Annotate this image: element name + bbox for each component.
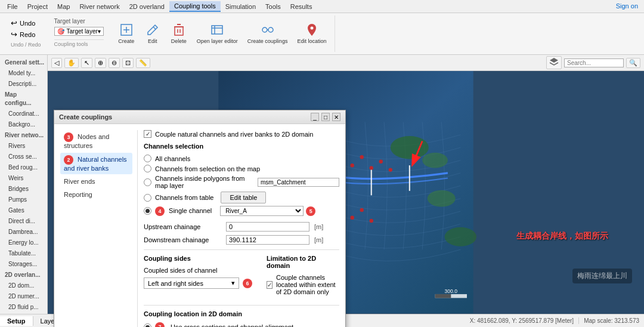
menu-2d-overland[interactable]: 2D overland [125,2,169,11]
sidebar-item-cross-sections[interactable]: Cross se... [0,152,47,162]
menu-simulation[interactable]: Simulation [221,2,261,11]
menu-project[interactable]: Project [23,2,52,11]
delete-icon [172,23,186,37]
use-cross-sections-radio[interactable] [144,323,151,328]
limitation-checkbox[interactable] [267,281,273,289]
map-zoom-in-button[interactable]: ⊕ [95,58,106,68]
map-measure-button[interactable]: 📏 [136,58,150,68]
use-cross-sections-row: 7 Use cross sections and channel alignme… [144,322,339,327]
sidebar-item-weirs[interactable]: Weirs [0,173,47,184]
coupling-limitation-row: Coupling sides Coupled sides of channel … [144,255,339,300]
create-button[interactable]: Create [114,21,138,46]
map-search-input[interactable] [564,58,624,67]
channels-inside-polygons-radio[interactable] [144,178,151,186]
target-layer-select[interactable]: 🎯 Target layer ▾ [54,27,104,36]
open-layer-editor-button[interactable]: Open layer editor [193,21,242,46]
left-right-sides-dropdown[interactable]: Left and right sides ▾ [144,277,239,289]
svg-point-27 [350,164,354,167]
edit-table-button[interactable]: Edit table [221,192,266,203]
undo-redo-section-label: Undo / Redo [8,41,44,49]
sidebar-item-dambreach[interactable]: Dambrea... [0,227,47,237]
create-couplings-dialog: Create couplings _ □ ✕ 3 Nodes and struc… [54,110,346,327]
menu-results[interactable]: Results [286,2,317,11]
sidebar-item-general-settings[interactable]: General sett... [0,57,47,68]
sidebar-item-direct-discharge[interactable]: Direct di... [0,216,47,227]
coupling-tools-section-label: Coupling tools [54,39,104,47]
dialog-minimize-button[interactable]: _ [311,113,319,121]
create-couplings-button[interactable]: Create couplings [244,21,292,46]
sidebar-item-map-config[interactable]: Map configu... [0,90,47,109]
sidebar-item-background[interactable]: Backgro... [0,119,47,130]
map-layers-button[interactable] [546,56,562,69]
svg-point-28 [360,155,364,159]
dialog-nav-reporting[interactable]: Reporting [60,189,132,200]
sign-on-link[interactable]: Sign on [616,2,638,10]
map-select-button[interactable]: ↖ [81,58,92,68]
dialog-nav-river-ends[interactable]: River ends [60,175,132,187]
undo-button[interactable]: ↩ Undo [8,18,44,28]
single-channel-radio[interactable] [144,207,151,215]
sidebar-item-gates[interactable]: Gates [0,205,47,216]
channels-from-selection-radio[interactable] [144,165,151,172]
menu-coupling-tools[interactable]: Coupling tools [169,1,221,12]
target-layer-value: Target layer [67,28,98,35]
sidebar-item-model-type[interactable]: Model ty... [0,68,47,79]
edit-location-label: Edit location [297,38,326,45]
sidebar-item-rivers[interactable]: Rivers [0,141,47,152]
target-layer-icon: 🎯 [57,28,64,35]
dialog-maximize-button[interactable]: □ [321,113,330,121]
dialog-layout: 3 Nodes and structures 2 Natural channel… [60,130,339,327]
sidebar-item-description[interactable]: Descripti... [0,79,47,90]
menu-bar: File Project Map River network 2D overla… [0,0,644,13]
polygon-layer-input[interactable] [258,178,339,187]
delete-button[interactable]: Delete [167,21,191,46]
edit-location-button[interactable]: Edit location [293,21,330,46]
map-search-button[interactable]: 🔍 [626,58,640,68]
sidebar-item-bridges[interactable]: Bridges [0,184,47,195]
sidebar-item-tabulated[interactable]: Tabulate... [0,248,47,259]
menu-tools[interactable]: Tools [261,2,286,11]
dialog-nav-nodes-structures[interactable]: 3 Nodes and structures [60,130,132,152]
map-annotation: 生成耦合岸线，如图所示 [516,231,608,242]
dialog-nav-natural-channels[interactable]: 2 Natural channels and river banks [60,153,132,174]
svg-point-19 [391,136,429,159]
sidebar-item-storages[interactable]: Storages... [0,259,47,270]
map-nav-back-button[interactable]: ◁ [51,58,62,68]
menu-file[interactable]: File [2,2,23,11]
create-label: Create [118,38,134,45]
upstream-label: Upstream chainage [144,223,221,230]
all-channels-radio[interactable] [144,155,151,162]
create-couplings-label: Create couplings [247,38,288,45]
sidebar-item-2d-overland[interactable]: 2D overlan... [0,270,47,280]
svg-point-20 [422,153,448,168]
sidebar-item-2d-fluid[interactable]: 2D fluid p... [0,302,47,313]
svg-rect-9 [212,26,222,34]
status-tab-setup[interactable]: Setup [0,316,33,326]
couple-channels-checkbox[interactable] [144,130,151,138]
create-edit-delete-items: Create Edit Delete Open layer editor [114,16,330,52]
sidebar-item-energy-loss[interactable]: Energy lo... [0,237,47,248]
menu-river-network[interactable]: River network [75,2,124,11]
undo-redo-group: ↩ Undo ↪ Redo Undo / Redo [4,16,48,51]
sidebar-item-coordinates[interactable]: Coordinat... [0,109,47,119]
menu-map[interactable]: Map [52,2,75,11]
upstream-input[interactable] [226,222,309,232]
sidebar-item-pumps[interactable]: Pumps [0,195,47,205]
channels-from-table-radio[interactable] [144,194,151,202]
sidebar-item-2d-domain[interactable]: 2D dom... [0,280,47,291]
sidebar-item-river-network[interactable]: River netwo... [0,130,47,141]
map-pan-button[interactable]: ✋ [64,58,79,68]
redo-button[interactable]: ↪ Redo [8,29,44,39]
edit-button[interactable]: Edit [141,21,165,46]
sidebar-item-bed-roughness[interactable]: Bed roug... [0,162,47,173]
open-layer-editor-label: Open layer editor [197,38,238,45]
map-zoom-out-button[interactable]: ⊖ [109,58,120,68]
map-zoom-extent-button[interactable]: ⊡ [122,58,134,68]
dialog-close-button[interactable]: ✕ [332,113,340,121]
sidebar-item-2d-numerics[interactable]: 2D numer... [0,291,47,302]
downstream-input[interactable] [226,235,309,245]
dialog-titlebar: Create couplings _ □ ✕ [54,110,345,124]
channels-from-selection-row: Channels from selection on the map [144,165,339,172]
sidebar-item-2d-infrastructure[interactable]: 2D infras... [0,313,47,314]
channel-select[interactable]: River_A [220,206,304,216]
